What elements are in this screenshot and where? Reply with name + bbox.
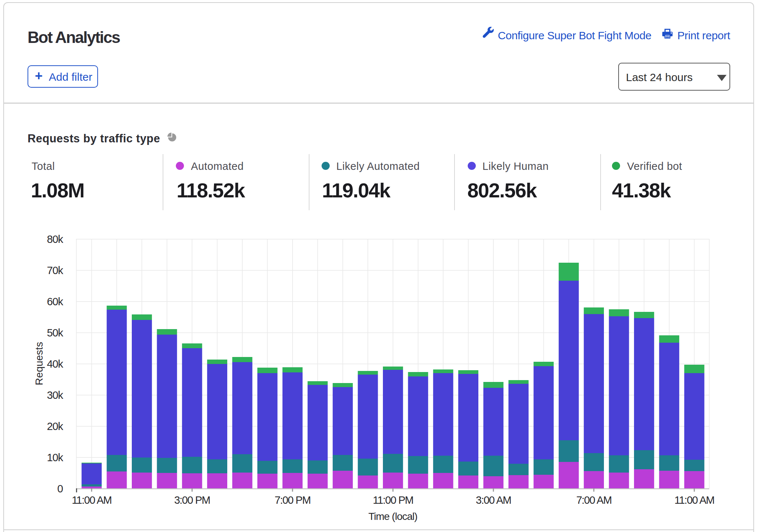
svg-text:70k: 70k [47, 265, 64, 276]
svg-text:0: 0 [57, 483, 63, 495]
svg-text:11:00 PM: 11:00 PM [373, 494, 413, 506]
svg-text:7:00 PM: 7:00 PM [275, 494, 311, 506]
svg-text:3:00 PM: 3:00 PM [174, 494, 210, 506]
svg-text:11:00 AM: 11:00 AM [72, 494, 111, 506]
svg-text:3:00 AM: 3:00 AM [476, 494, 511, 506]
svg-text:11:00 AM: 11:00 AM [674, 494, 714, 506]
svg-text:80k: 80k [47, 233, 64, 245]
svg-text:10k: 10k [47, 452, 64, 463]
svg-text:Time (local): Time (local) [368, 511, 417, 522]
svg-text:7:00 AM: 7:00 AM [576, 494, 612, 506]
svg-text:60k: 60k [47, 296, 64, 307]
svg-text:Requests: Requests [33, 342, 45, 385]
svg-text:20k: 20k [47, 420, 64, 432]
svg-text:40k: 40k [47, 358, 64, 370]
svg-text:30k: 30k [47, 389, 64, 401]
svg-text:50k: 50k [47, 327, 64, 339]
